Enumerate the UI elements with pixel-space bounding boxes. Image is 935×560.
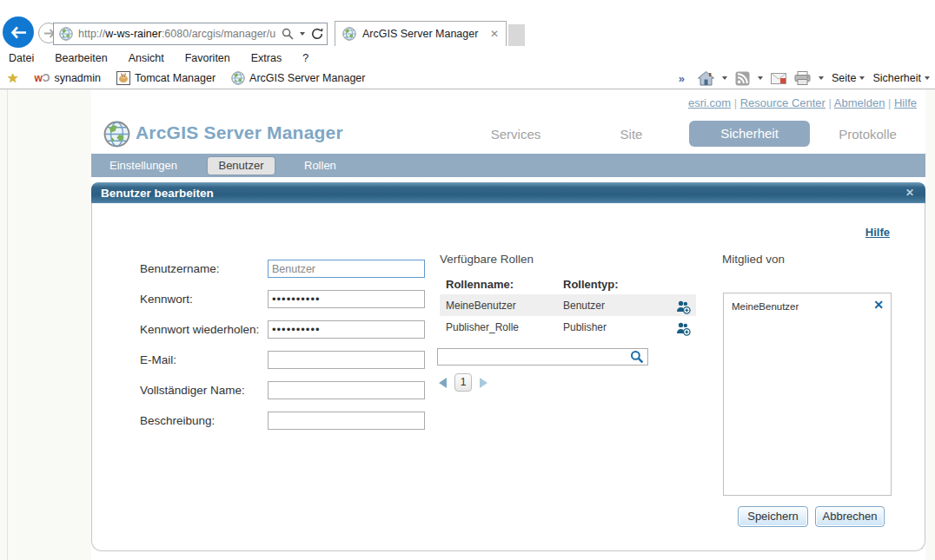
address-dropdown-icon[interactable] <box>300 32 305 36</box>
roles-pagination: 1 <box>439 373 487 392</box>
sub-nav: Einstellungen Benutzer Rollen <box>91 154 925 177</box>
favorites-star-button[interactable]: ★ <box>7 70 18 86</box>
tab-close-icon[interactable]: ✕ <box>490 28 499 40</box>
add-role-icon[interactable] <box>676 300 691 314</box>
browser-tab[interactable]: ArcGIS Server Manager ✕ <box>335 21 507 46</box>
subnav-rollen[interactable]: Rollen <box>304 159 336 172</box>
roles-search-input[interactable] <box>438 350 630 364</box>
page-left-edge <box>7 89 8 560</box>
print-icon[interactable] <box>794 71 811 85</box>
label-kennwort-wiederholen: Kennwort wiederholen: <box>140 323 259 336</box>
field-row-kennwort-wiederholen: Kennwort wiederholen: <box>140 320 259 339</box>
seite-dropdown-icon <box>859 76 865 80</box>
member-of-title: Mitglied von <box>722 253 785 266</box>
field-row-benutzername: Benutzername: <box>140 260 220 278</box>
member-item: MeineBenutzer <box>732 301 799 312</box>
nav-sicherheit[interactable]: Sicherheit <box>689 121 810 147</box>
vollstaendiger-name-input[interactable] <box>268 381 425 399</box>
subnav-benutzer[interactable]: Benutzer <box>208 157 275 175</box>
mail-icon[interactable] <box>771 73 786 84</box>
menu-favoriten[interactable]: Favoriten <box>185 52 230 64</box>
menu-ansicht[interactable]: Ansicht <box>129 52 164 64</box>
label-beschreibung: Beschreibung: <box>140 414 215 427</box>
link-esri-com[interactable]: esri.com <box>688 96 731 109</box>
new-tab-button[interactable] <box>508 24 525 46</box>
roles-col-type: Rollentyp: <box>563 278 619 291</box>
seite-menu[interactable]: Seite <box>832 72 865 84</box>
nav-site[interactable]: Site <box>574 127 689 142</box>
home-icon[interactable] <box>698 71 714 86</box>
subnav-einstellungen[interactable]: Einstellungen <box>109 159 177 172</box>
app-title: ArcGIS Server Manager <box>136 122 343 143</box>
favorite-arcgis-server-manager[interactable]: ArcGIS Server Manager <box>231 71 365 85</box>
cancel-button[interactable]: Abbrechen <box>815 506 885 527</box>
refresh-icon[interactable] <box>311 28 323 40</box>
tomcat-favicon-icon <box>116 71 130 85</box>
link-hilfe-top[interactable]: Hilfe <box>894 96 917 109</box>
browser-chrome: http://w-ws-rainer:6080/arcgis/manager/u… <box>0 0 935 89</box>
menu-bar: Datei Bearbeiten Ansicht Favoriten Extra… <box>0 49 935 68</box>
print-dropdown-icon[interactable] <box>819 76 824 80</box>
page-content: esri.com | Resource Center | Abmelden | … <box>91 89 925 560</box>
search-icon[interactable] <box>282 28 294 40</box>
back-arrow-icon <box>10 26 27 39</box>
edit-user-panel: Hilfe Benutzername: Kennwort: Kennwort w… <box>91 203 925 551</box>
page-number-button[interactable]: 1 <box>454 373 472 392</box>
save-button[interactable]: Speichern <box>738 506 808 527</box>
panel-title: Benutzer bearbeiten <box>101 187 905 200</box>
page-next-icon[interactable] <box>480 378 487 388</box>
page-prev-icon[interactable] <box>439 378 447 388</box>
url-text[interactable]: http://w-ws-rainer:6080/arcgis/manager/u <box>78 28 278 40</box>
role-row-publisher-rolle[interactable]: Publisher_Rolle Publisher <box>440 316 696 338</box>
field-row-email: E-Mail: <box>140 351 176 369</box>
tab-favicon-globe-icon <box>342 27 356 41</box>
sicherheit-dropdown-icon <box>925 76 930 80</box>
beschreibung-input[interactable] <box>268 412 425 430</box>
ie-window: { "browser": { "url": { "prefix": "http:… <box>0 0 935 560</box>
email-input[interactable] <box>268 351 425 369</box>
roles-col-name: Rollenname: <box>446 278 514 291</box>
nav-protokolle[interactable]: Protokolle <box>810 127 925 142</box>
kennwort-wiederholen-input[interactable] <box>268 320 425 339</box>
arcgis-favicon-globe-icon <box>231 71 245 85</box>
command-bar: » Seite Sicherheit <box>679 68 930 89</box>
menu-extras[interactable]: Extras <box>251 52 282 64</box>
label-kennwort: Kennwort: <box>140 293 193 306</box>
benutzername-input[interactable] <box>268 260 425 278</box>
roles-search-icon[interactable] <box>630 350 646 364</box>
address-bar[interactable]: http://w-ws-rainer:6080/arcgis/manager/u <box>53 23 328 45</box>
toolbar-overflow-chevron[interactable]: » <box>679 72 685 85</box>
favorite-synadmin[interactable]: wƆ synadmin <box>34 72 101 84</box>
top-links: esri.com | Resource Center | Abmelden | … <box>688 96 917 109</box>
link-resource-center[interactable]: Resource Center <box>740 96 826 109</box>
remove-member-icon[interactable]: ✕ <box>873 298 884 312</box>
menu-hilfe[interactable]: ? <box>302 52 308 64</box>
back-button[interactable] <box>3 16 34 48</box>
panel-close-icon[interactable]: ✕ <box>905 187 914 199</box>
available-roles-title: Verfügbare Rollen <box>440 253 534 266</box>
tab-title: ArcGIS Server Manager <box>362 28 485 40</box>
menu-bearbeiten[interactable]: Bearbeiten <box>55 52 107 64</box>
site-favicon-globe-icon <box>59 27 73 41</box>
sicherheit-menu[interactable]: Sicherheit <box>872 72 930 84</box>
page-background: esri.com | Resource Center | Abmelden | … <box>0 89 935 560</box>
field-row-vollstaendiger-name: Vollständiger Name: <box>140 381 245 399</box>
arcgis-logo-globe-icon <box>103 121 130 148</box>
rss-feed-icon[interactable] <box>735 71 750 86</box>
panel-help-link[interactable]: Hilfe <box>865 226 890 239</box>
menu-datei[interactable]: Datei <box>9 52 34 64</box>
kennwort-input[interactable] <box>268 290 425 308</box>
field-row-kennwort: Kennwort: <box>140 290 193 308</box>
home-dropdown-icon[interactable] <box>722 76 727 80</box>
rss-dropdown-icon[interactable] <box>758 76 763 80</box>
roles-table-header: Rollenname: Rollentyp: <box>440 276 696 295</box>
member-of-listbox[interactable]: MeineBenutzer ✕ <box>723 293 892 496</box>
main-nav: Services Site Sicherheit Protokolle <box>458 120 925 148</box>
add-role-icon[interactable] <box>676 321 691 336</box>
star-icon: ★ <box>7 70 18 86</box>
role-row-meinebenutzer[interactable]: MeineBenutzer Benutzer <box>440 294 696 316</box>
field-row-beschreibung: Beschreibung: <box>140 412 215 430</box>
favorite-tomcat-manager[interactable]: Tomcat Manager <box>116 71 216 85</box>
nav-services[interactable]: Services <box>458 127 574 142</box>
link-abmelden[interactable]: Abmelden <box>834 96 885 109</box>
